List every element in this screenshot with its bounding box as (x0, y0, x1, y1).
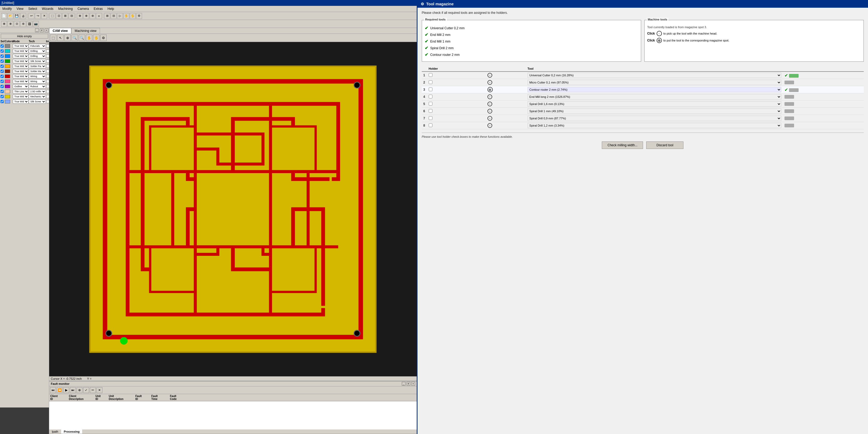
undo-btn[interactable]: ↩ (28, 13, 34, 19)
cam-zoom-out-btn[interactable]: 🔍 (79, 35, 85, 41)
layer-checkbox-9[interactable] (1, 90, 4, 93)
settings-btn[interactable]: ⚙ (136, 13, 142, 19)
menu-camera[interactable]: Camera (77, 7, 90, 11)
layer-mode-3[interactable]: True Width (13, 59, 29, 63)
cam-zoom-in-btn[interactable]: 🔍 (71, 35, 78, 41)
fault-play-btn[interactable]: ▶ (63, 387, 69, 393)
arrange1-btn[interactable]: ⊕ (77, 13, 83, 19)
holder-crosshair-icon-3[interactable]: ⊕ (488, 87, 493, 92)
panel-minimize[interactable]: _ (35, 28, 39, 32)
place-icon[interactable]: ⊕ (657, 38, 662, 43)
zoom1-btn[interactable]: ⊞ (104, 13, 110, 19)
fault-close-btn[interactable]: × (411, 382, 415, 385)
origin-btn[interactable]: ⊕ (7, 21, 13, 27)
layer-mode-9[interactable]: Thin Line (13, 89, 29, 94)
menu-machining[interactable]: Machining (57, 7, 74, 11)
layer-mode-7[interactable]: True Width (13, 79, 29, 84)
cam-btn[interactable]: 📷 (33, 21, 39, 27)
layer-checkbox-1[interactable] (1, 50, 4, 53)
layer-checkbox-11[interactable] (1, 100, 4, 103)
layer-inv-11[interactable] (46, 100, 49, 103)
layer-inv-10[interactable] (46, 95, 49, 98)
holder-checkbox-7[interactable] (429, 116, 432, 120)
layer-checkbox-3[interactable] (1, 60, 4, 63)
holder-tool-select-1[interactable]: Universal Cutter 0,2 mm (16.28%) (528, 72, 782, 78)
fault-del-btn[interactable]: ✕ (96, 387, 102, 393)
layer-checkbox-10[interactable] (1, 95, 4, 98)
layer-mode-10[interactable]: True Width (13, 94, 29, 99)
layer-inv-1[interactable] (46, 50, 49, 53)
layer-tech-5[interactable]: Solder Mask (29, 69, 46, 73)
fault-add-btn[interactable]: ⊕ (76, 387, 83, 393)
holder-tool-select-8[interactable]: Spiral Drill 1,2 mm (3.34%) (528, 123, 782, 128)
cam-settings-btn[interactable]: ⚙ (100, 35, 106, 41)
hide-empty-button[interactable]: Hide empty (1, 34, 48, 38)
zoom3-btn[interactable]: ▷ (117, 13, 123, 19)
select-btn[interactable]: ⬚ (50, 13, 55, 19)
layer-checkbox-7[interactable] (1, 80, 4, 83)
menu-view[interactable]: View (16, 7, 24, 11)
fault-minimize-btn[interactable]: _ (402, 382, 406, 385)
menu-modify[interactable]: Modify (2, 7, 12, 11)
zoom2-btn[interactable]: ⊟ (111, 13, 117, 19)
layer-mode-11[interactable]: True Width (13, 99, 29, 104)
layer-tech-2[interactable]: Drilling (29, 54, 46, 58)
holder-tool-select-3[interactable]: Contour router 2 mm (2.74%) (528, 87, 782, 92)
layer-checkbox-0[interactable] (1, 44, 4, 48)
fault-first-btn[interactable]: ⏮ (50, 387, 56, 393)
holder-checkbox-3[interactable] (429, 88, 432, 91)
tab-cam-view[interactable]: CAM view (49, 28, 71, 33)
menu-extras[interactable]: Extras (93, 7, 103, 11)
cam-view-area[interactable] (49, 42, 417, 376)
layer-checkbox-2[interactable] (1, 55, 4, 58)
layer-mode-6[interactable]: True Width (13, 74, 29, 79)
layer-mode-4[interactable]: True Width (13, 64, 29, 68)
holder-tool-select-6[interactable]: Spiral Drill 1 mm (49.10%) (528, 108, 782, 114)
panel-close[interactable]: × (45, 28, 49, 32)
layer-tech-4[interactable]: Solder Paste (29, 64, 46, 68)
holder-checkbox-5[interactable] (429, 102, 432, 105)
layer-btn[interactable]: ⊕ (1, 21, 7, 27)
select2-btn[interactable]: ⊡ (56, 13, 62, 19)
redo-btn[interactable]: ↪ (35, 13, 41, 19)
layer-tech-9[interactable]: 2.5D milling top (29, 89, 46, 94)
holder-pickup-icon-7[interactable]: ○ (488, 116, 492, 121)
fault-prev-btn[interactable]: ⏪ (57, 387, 62, 393)
delete-btn[interactable]: ✕ (41, 13, 47, 19)
layer-checkbox-8[interactable] (1, 85, 4, 88)
layer-inv-0[interactable] (46, 44, 49, 48)
holder-checkbox-6[interactable] (429, 109, 432, 113)
layer-tech-3[interactable]: Silk Screen (29, 59, 46, 63)
holder-checkbox-4[interactable] (429, 95, 432, 98)
tab-lpath[interactable]: lpath (49, 430, 61, 434)
layer-inv-9[interactable] (46, 90, 49, 93)
cam-pan-btn[interactable]: ✋ (86, 35, 92, 41)
layer-inv-4[interactable] (46, 65, 49, 68)
holder-pickup-icon-4[interactable]: ○ (488, 94, 492, 99)
mill-btn[interactable]: ⊚ (20, 21, 26, 27)
holder-pickup-icon-8[interactable]: ○ (488, 123, 492, 128)
cam-cursor-btn[interactable]: ↖ (57, 35, 64, 41)
pan2-btn[interactable]: 🖐 (130, 13, 135, 19)
layer-tech-8[interactable]: Rubout (29, 84, 46, 89)
layer-tech-0[interactable]: Fiducials (29, 44, 46, 48)
select4-btn[interactable]: ⊟ (69, 13, 74, 19)
layer-mode-2[interactable]: True Width (13, 54, 29, 58)
cam-pan2-btn[interactable]: 🖐 (93, 35, 99, 41)
layer-inv-5[interactable] (46, 70, 49, 73)
pan-btn[interactable]: ✋ (123, 13, 129, 19)
layer-inv-2[interactable] (46, 55, 49, 58)
arrange3-btn[interactable]: ⊛ (90, 13, 95, 19)
holder-tool-select-5[interactable]: Spiral Drill 1,6 mm (0.13%) (528, 101, 782, 106)
fault-next-btn[interactable]: ⏭ (70, 387, 76, 393)
holder-pickup-icon-2[interactable]: ○ (488, 80, 492, 85)
tab-machining-view[interactable]: Machining view (71, 28, 100, 33)
holder-tool-select-2[interactable]: Micro Cutter 0,1 mm (97.05%) (528, 80, 782, 85)
panel-pin[interactable]: # (40, 28, 43, 32)
layer-inv-3[interactable] (46, 60, 49, 63)
layer-checkbox-6[interactable] (1, 75, 4, 78)
menu-wizards[interactable]: Wizards (41, 7, 54, 11)
pickup-icon[interactable]: ○ (657, 31, 662, 36)
drill-btn[interactable]: ⊙ (14, 21, 20, 27)
layer-tech-1[interactable]: Drilling (29, 49, 46, 53)
